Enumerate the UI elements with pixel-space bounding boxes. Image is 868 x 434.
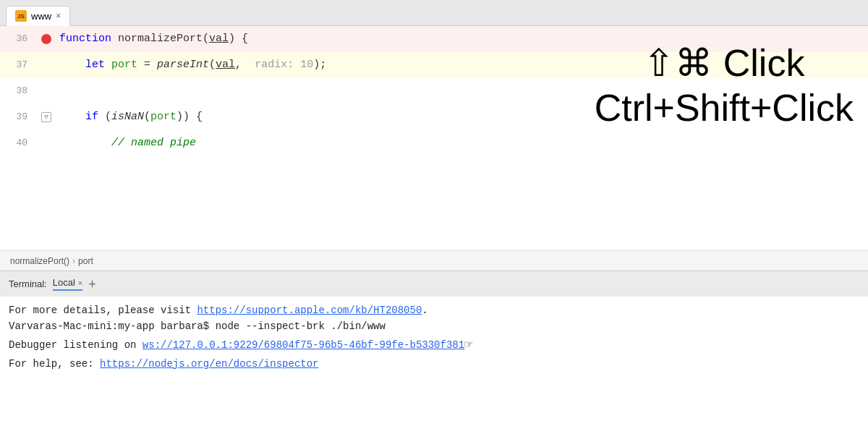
line-content-36: function normalizePort(val) { <box>56 26 868 52</box>
line-number-40: 40 <box>0 130 36 156</box>
terminal-header: Terminal: Local × + <box>0 271 868 297</box>
tab-bar: JS www × <box>0 0 868 26</box>
terminal-tab-close[interactable]: × <box>78 278 82 287</box>
line-number-38: 38 <box>0 78 36 104</box>
breadcrumb-function: normalizePort() <box>10 256 69 266</box>
terminal-line-2: Varvaras-Mac-mini:my-app barbara$ node -… <box>9 318 859 334</box>
line-gutter-39: ▽ <box>36 112 56 122</box>
line-number-37: 37 <box>0 52 36 78</box>
code-line-36: 36 function normalizePort(val) { <box>0 26 868 52</box>
terminal-link-3[interactable]: ws://127.0.0.1:9229/69804f75-96b5-46bf-9… <box>142 339 464 351</box>
terminal-text-2: Varvaras-Mac-mini:my-app barbara$ node -… <box>9 320 386 332</box>
terminal-line-1: For more details, please visit https://s… <box>9 302 859 318</box>
file-tab[interactable]: JS www × <box>6 6 70 26</box>
breadcrumb-separator: › <box>72 256 75 266</box>
param-val: val <box>209 33 229 45</box>
terminal-tab-local[interactable]: Local × <box>53 277 83 291</box>
breakpoint-dot[interactable] <box>41 34 51 44</box>
code-editor: 36 function normalizePort(val) { 37 let … <box>0 26 868 250</box>
code-lines: 36 function normalizePort(val) { 37 let … <box>0 26 868 156</box>
line-number-36: 36 <box>0 26 36 52</box>
terminal-link-4[interactable]: https://nodejs.org/en/docs/inspector <box>100 358 318 370</box>
function-name: normalizePort <box>118 33 203 45</box>
code-line-40: 40 // named pipe <box>0 130 868 156</box>
keyword-function: function <box>59 33 118 45</box>
terminal-tab-name: Local <box>53 277 75 288</box>
code-line-39: 39 ▽ if (isNaN(port)) { <box>0 104 868 130</box>
terminal-add-button[interactable]: + <box>88 278 96 291</box>
terminal-output: For more details, please visit https://s… <box>0 297 868 434</box>
cursor-icon: ☞ <box>464 335 472 356</box>
terminal-text-3: Debugger listening on <box>9 339 142 351</box>
tab-close-button[interactable]: × <box>56 11 61 21</box>
terminal-text-1: For more details, please visit <box>9 305 197 316</box>
tab-filename: www <box>31 11 51 22</box>
terminal-link-1[interactable]: https://support.apple.com/kb/HT208050 <box>197 305 422 316</box>
js-file-icon: JS <box>15 10 27 22</box>
terminal-text-4: For help, see: <box>9 358 100 370</box>
line-gutter-36 <box>36 34 56 44</box>
terminal-label: Terminal: <box>9 278 47 289</box>
line-content-40: // named pipe <box>56 130 868 156</box>
code-line-37: 37 let port = parseInt(val, radix: 10); <box>0 52 868 78</box>
terminal-line-3: Debugger listening on ws://127.0.0.1:922… <box>9 335 859 356</box>
line-content-37: let port = parseInt(val, radix: 10); <box>56 52 868 78</box>
line-content-39: if (isNaN(port)) { <box>56 104 868 130</box>
code-line-38: 38 <box>0 78 868 104</box>
line-content-38 <box>56 78 868 104</box>
fold-arrow-39[interactable]: ▽ <box>41 112 51 122</box>
terminal-line-4: For help, see: https://nodejs.org/en/doc… <box>9 356 859 372</box>
breadcrumb-var: port <box>78 256 93 266</box>
line-number-39: 39 <box>0 104 36 130</box>
breadcrumb: normalizePort() › port <box>0 250 868 271</box>
